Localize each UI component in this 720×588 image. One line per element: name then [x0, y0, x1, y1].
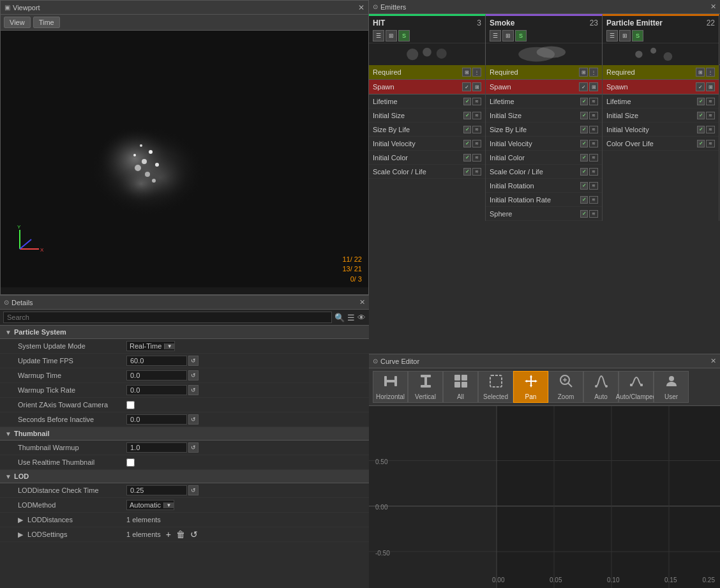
hit-spawn-check-icon[interactable]: ✓: [462, 82, 471, 91]
particle-spawn-header[interactable]: Spawn ✓ ⊞: [603, 80, 719, 94]
particle-lifetime-check[interactable]: ✓: [697, 98, 705, 105]
lod-settings-collapse-icon[interactable]: ▶: [18, 531, 23, 538]
emitter-tab-smoke[interactable]: Smoke 23 ☰ ⊞ S: [486, 14, 603, 64]
emitter-particle-icon2[interactable]: ⊞: [619, 30, 631, 41]
viewport-close-button[interactable]: ✕: [358, 3, 364, 12]
emitter-smoke-icon2[interactable]: ⊞: [502, 30, 514, 41]
particle-initial-velocity-check[interactable]: ✓: [697, 126, 705, 133]
smoke-scale-color-graph[interactable]: ≋: [589, 168, 598, 176]
particle-initial-size-graph[interactable]: ≋: [706, 112, 715, 119]
curve-tool-selected[interactable]: Selected: [478, 371, 513, 403]
lod-settings-add-button[interactable]: +: [166, 529, 171, 539]
smoke-spawn-check-icon[interactable]: ✓: [579, 82, 588, 91]
lod-settings-remove-button[interactable]: 🗑: [176, 529, 185, 539]
hit-initial-size-check[interactable]: ✓: [463, 112, 471, 119]
curve-tool-zoom[interactable]: Zoom: [548, 371, 583, 403]
smoke-initial-rotation-check[interactable]: ✓: [580, 182, 588, 190]
warmup-tick-rate-reset[interactable]: ↺: [188, 385, 199, 395]
smoke-initial-size-graph[interactable]: ≋: [589, 112, 598, 119]
smoke-initial-color-check[interactable]: ✓: [580, 154, 588, 162]
smoke-initial-rotation-graph[interactable]: ≋: [589, 182, 598, 190]
particle-initial-size-check[interactable]: ✓: [697, 112, 705, 119]
curve-tool-user[interactable]: User: [654, 371, 689, 403]
smoke-sphere-check[interactable]: ✓: [580, 210, 588, 218]
smoke-size-by-life-graph[interactable]: ≋: [589, 126, 598, 133]
smoke-initial-rotation-rate-graph[interactable]: ≋: [589, 196, 598, 204]
hit-required-header[interactable]: Required ⊞ ⋮: [369, 65, 485, 80]
hit-initial-size-graph[interactable]: ≋: [472, 112, 481, 119]
hit-required-graph-icon[interactable]: ⊞: [462, 68, 471, 77]
hit-initial-color-check[interactable]: ✓: [463, 154, 471, 162]
curve-view[interactable]: 0.50 0.00 -0.50 0.00 0.05 0.10 0.15 0.20…: [369, 406, 720, 588]
thumbnail-warmup-input[interactable]: [126, 442, 187, 453]
emitter-tab-hit[interactable]: HIT 3 ☰ ⊞ S: [369, 14, 486, 64]
smoke-required-header[interactable]: Required ⊞ ⋮: [486, 65, 602, 80]
emitter-particle-solo[interactable]: S: [632, 30, 643, 41]
update-time-fps-reset[interactable]: ↺: [188, 356, 199, 366]
smoke-spawn-graph-icon[interactable]: ⊞: [589, 82, 598, 91]
smoke-size-by-life-check[interactable]: ✓: [580, 126, 588, 133]
lod-method-dropdown[interactable]: Automatic ▼: [126, 500, 174, 510]
particle-initial-velocity-graph[interactable]: ≋: [706, 126, 715, 133]
search-button[interactable]: 🔍: [334, 313, 345, 322]
warmup-time-reset[interactable]: ↺: [188, 370, 199, 381]
emitter-hit-icon2[interactable]: ⊞: [386, 30, 397, 41]
dropdown-arrow-icon[interactable]: ▼: [164, 343, 174, 349]
emitter-particle-icon1[interactable]: ☰: [606, 30, 618, 41]
hit-initial-velocity-graph[interactable]: ≋: [472, 140, 481, 147]
curve-tool-horizontal[interactable]: Horizontal: [373, 371, 408, 403]
smoke-required-graph-icon[interactable]: ⊞: [579, 68, 588, 77]
hit-lifetime-check[interactable]: ✓: [463, 98, 471, 105]
settings-button[interactable]: 👁: [357, 313, 366, 322]
smoke-initial-velocity-check[interactable]: ✓: [580, 140, 588, 147]
emitter-smoke-solo[interactable]: S: [515, 30, 527, 41]
hit-initial-color-graph[interactable]: ≋: [472, 154, 481, 162]
hit-initial-velocity-check[interactable]: ✓: [463, 140, 471, 147]
thumbnail-warmup-reset[interactable]: ↺: [188, 442, 199, 453]
particle-required-graph-icon[interactable]: ⊞: [696, 68, 705, 77]
lod-check-time-input[interactable]: [126, 485, 187, 495]
update-time-fps-input[interactable]: [126, 356, 187, 366]
hit-required-settings-icon[interactable]: ⋮: [472, 68, 481, 77]
hit-size-by-life-graph[interactable]: ≋: [472, 126, 481, 133]
thumbnail-section[interactable]: ▼ Thumbnail: [0, 427, 369, 441]
lod-distances-collapse-icon[interactable]: ▶: [18, 516, 23, 524]
use-realtime-thumbnail-checkbox[interactable]: [126, 458, 135, 467]
system-update-mode-dropdown[interactable]: Real-Time ▼: [126, 341, 175, 351]
particle-system-section[interactable]: ▼ Particle System: [0, 326, 369, 339]
search-input[interactable]: [3, 312, 332, 323]
hit-spawn-header[interactable]: Spawn ✓ ⊞: [369, 80, 485, 94]
smoke-initial-size-check[interactable]: ✓: [580, 112, 588, 119]
particle-spawn-check-icon[interactable]: ✓: [696, 82, 705, 91]
smoke-initial-rotation-rate-check[interactable]: ✓: [580, 196, 588, 204]
smoke-scale-color-check[interactable]: ✓: [580, 168, 588, 176]
viewport-time-button[interactable]: Time: [33, 17, 60, 28]
smoke-lifetime-graph[interactable]: ≋: [589, 98, 598, 105]
particle-color-over-life-check[interactable]: ✓: [697, 140, 705, 147]
viewport-view-button[interactable]: View: [4, 17, 31, 28]
particle-color-over-life-graph[interactable]: ≋: [706, 140, 715, 147]
list-view-button[interactable]: ☰: [347, 313, 355, 322]
smoke-lifetime-check[interactable]: ✓: [580, 98, 588, 105]
hit-spawn-graph-icon[interactable]: ⊞: [472, 82, 481, 91]
seconds-before-inactive-input[interactable]: [126, 414, 187, 425]
emitter-tab-particle[interactable]: Particle Emitter 22 ☰ ⊞ S: [603, 14, 719, 64]
curve-tool-pan[interactable]: Pan: [513, 371, 548, 403]
particle-lifetime-graph[interactable]: ≋: [706, 98, 715, 105]
orient-zaxis-checkbox[interactable]: [126, 401, 135, 409]
emitter-smoke-icon1[interactable]: ☰: [490, 30, 501, 41]
emitter-hit-icon1[interactable]: ☰: [373, 30, 384, 41]
details-close-button[interactable]: ✕: [359, 298, 365, 306]
hit-lifetime-graph[interactable]: ≋: [472, 98, 481, 105]
warmup-tick-rate-input[interactable]: [126, 385, 187, 395]
smoke-sphere-graph[interactable]: ≋: [589, 210, 598, 218]
hit-scale-color-check[interactable]: ✓: [463, 168, 471, 176]
curve-tool-auto[interactable]: Auto: [583, 371, 619, 403]
lod-check-time-reset[interactable]: ↺: [188, 485, 199, 495]
particle-spawn-graph-icon[interactable]: ⊞: [706, 82, 715, 91]
emitter-hit-solo[interactable]: S: [398, 30, 410, 41]
particle-required-settings-icon[interactable]: ⋮: [706, 68, 715, 77]
smoke-required-settings-icon[interactable]: ⋮: [589, 68, 598, 77]
lod-section[interactable]: ▼ LOD: [0, 470, 369, 483]
hit-scale-color-graph[interactable]: ≋: [472, 168, 481, 176]
